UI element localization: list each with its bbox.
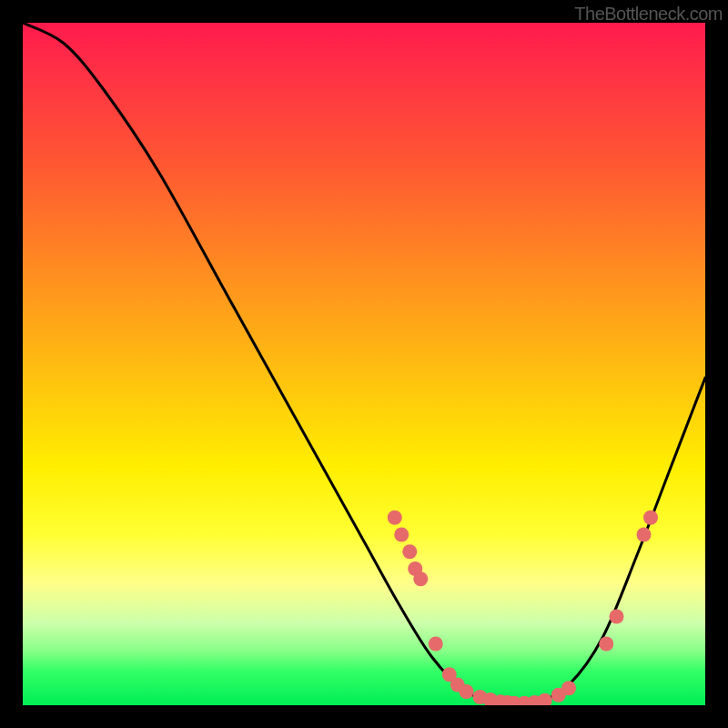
data-marker: [599, 637, 613, 652]
data-marker: [610, 610, 624, 624]
data-marker: [538, 693, 552, 705]
data-marker: [460, 684, 474, 699]
data-marker: [394, 528, 409, 542]
data-marker: [402, 544, 417, 559]
data-marker: [388, 511, 402, 525]
chart-plot-area: [23, 23, 705, 705]
data-marker: [561, 681, 576, 695]
attribution-label: TheBottleneck.com: [574, 4, 723, 25]
data-marker: [637, 528, 652, 542]
data-marker: [643, 511, 658, 525]
curve-path: [23, 23, 705, 705]
bottleneck-curve: [23, 23, 705, 705]
data-marker: [429, 637, 443, 652]
data-marker: [413, 571, 428, 586]
